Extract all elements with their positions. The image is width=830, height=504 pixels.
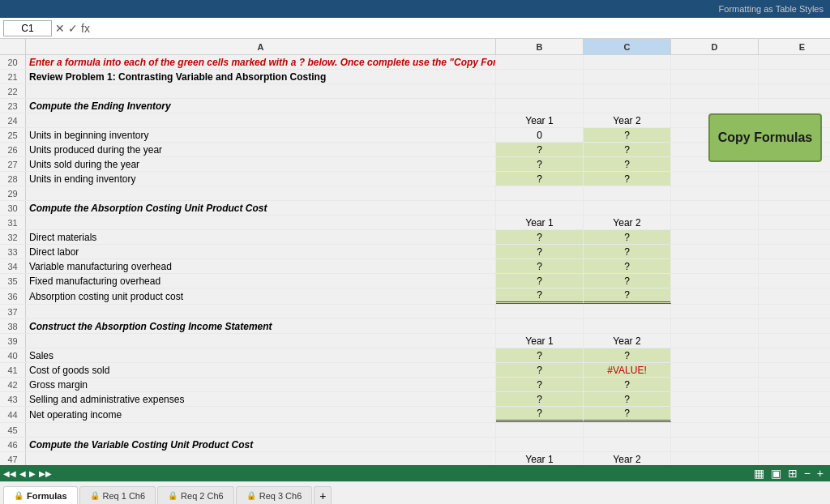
cell-a-22[interactable] [26,84,496,98]
cell-a-20[interactable]: Enter a formula into each of the green c… [26,55,496,69]
cell-c-24[interactable]: Year 2 [584,113,671,127]
cell-c-33[interactable]: ? [584,245,671,258]
cell-d-29[interactable] [671,186,759,200]
cell-b-28[interactable]: ? [496,172,584,186]
cell-d-37[interactable] [671,305,759,318]
cell-b-26[interactable]: ? [496,143,584,156]
cell-d-33[interactable] [671,245,759,258]
cell-e-29[interactable] [759,186,830,200]
cell-a-27[interactable]: Units sold during the year [26,157,496,171]
cell-d-20[interactable] [671,55,759,69]
cell-c-40[interactable]: ? [584,348,671,362]
cell-b-22[interactable] [496,84,584,98]
cell-b-43[interactable]: ? [496,392,584,406]
cell-b-31[interactable]: Year 1 [496,216,584,229]
cell-e-34[interactable] [759,259,830,273]
cell-a-45[interactable] [26,423,496,437]
cell-e-35[interactable] [759,274,830,288]
cell-b-29[interactable] [496,186,584,200]
cell-b-32[interactable]: ? [496,230,584,244]
cell-b-41[interactable]: ? [496,363,584,377]
cell-a-32[interactable]: Direct materials [26,230,496,244]
cell-c-47[interactable]: Year 2 [584,452,671,465]
nav-prev-tab[interactable]: ◀ [19,469,26,478]
col-header-b[interactable]: B [496,39,584,54]
cell-d-23[interactable] [671,99,759,113]
cell-a-37[interactable] [26,305,496,318]
tab-formulas[interactable]: 🔒Formulas [3,486,78,504]
cell-c-34[interactable]: ? [584,259,671,273]
cell-a-38[interactable]: Construct the Absorption Costing Income … [26,319,496,333]
col-header-c[interactable]: C [584,39,671,54]
cell-e-37[interactable] [759,305,830,318]
cell-c-28[interactable]: ? [584,172,671,186]
cell-d-38[interactable] [671,319,759,333]
cell-e-31[interactable] [759,216,830,229]
cell-a-34[interactable]: Variable manufacturing overhead [26,259,496,273]
cell-c-23[interactable] [584,99,671,113]
cell-c-21[interactable] [584,70,671,83]
cell-d-28[interactable] [671,172,759,186]
cell-a-26[interactable]: Units produced during the year [26,143,496,156]
add-sheet-button[interactable]: + [314,486,332,504]
copy-formulas-button[interactable]: Copy Formulas [708,113,822,162]
cell-b-36[interactable]: ? [496,288,584,304]
cell-e-36[interactable] [759,288,830,304]
cell-c-32[interactable]: ? [584,230,671,244]
cell-b-44[interactable]: ? [496,407,584,422]
cell-c-26[interactable]: ? [584,143,671,156]
cell-d-39[interactable] [671,334,759,348]
cell-d-46[interactable] [671,438,759,451]
cell-c-37[interactable] [584,305,671,318]
cell-b-30[interactable] [496,201,584,215]
nav-next-tab[interactable]: ▶ [29,469,36,478]
tab-req-1-ch6[interactable]: 🔒Req 1 Ch6 [79,486,156,504]
cell-e-32[interactable] [759,230,830,244]
formula-input[interactable] [93,21,827,36]
col-header-a[interactable]: A [26,39,496,54]
cell-e-23[interactable] [759,99,830,113]
cell-c-42[interactable]: ? [584,378,671,391]
cell-e-39[interactable] [759,334,830,348]
cell-b-23[interactable] [496,99,584,113]
cell-c-41[interactable]: #VALUE! [584,363,671,377]
cell-c-39[interactable]: Year 2 [584,334,671,348]
cell-d-43[interactable] [671,392,759,406]
cell-e-44[interactable] [759,407,830,422]
zoom-in-icon[interactable]: + [817,467,824,480]
cell-e-22[interactable] [759,84,830,98]
cell-b-46[interactable] [496,438,584,451]
cell-d-32[interactable] [671,230,759,244]
cell-d-35[interactable] [671,274,759,288]
cell-c-45[interactable] [584,423,671,437]
cell-d-47[interactable] [671,452,759,465]
cell-c-27[interactable]: ? [584,157,671,171]
cell-a-46[interactable]: Compute the Variable Costing Unit Produc… [26,438,496,451]
cell-e-28[interactable] [759,172,830,186]
cell-c-38[interactable] [584,319,671,333]
cell-e-40[interactable] [759,348,830,362]
tab-req-3-ch6[interactable]: 🔒Req 3 Ch6 [236,486,313,504]
cell-a-24[interactable] [26,113,496,127]
col-header-e[interactable]: E [759,39,830,54]
cell-e-46[interactable] [759,438,830,451]
confirm-icon[interactable]: ✓ [68,22,78,35]
page-layout-icon[interactable]: ▣ [771,467,781,480]
cell-e-42[interactable] [759,378,830,391]
cancel-icon[interactable]: ✕ [55,22,65,35]
cell-b-39[interactable]: Year 1 [496,334,584,348]
page-break-icon[interactable]: ⊞ [788,467,798,480]
cell-c-35[interactable]: ? [584,274,671,288]
cell-d-31[interactable] [671,216,759,229]
cell-b-20[interactable] [496,55,584,69]
cell-b-25[interactable]: 0 [496,128,584,142]
cell-c-36[interactable]: ? [584,288,671,304]
cell-a-42[interactable]: Gross margin [26,378,496,391]
function-icon[interactable]: fx [81,22,90,35]
cell-e-30[interactable] [759,201,830,215]
cell-a-44[interactable]: Net operating income [26,407,496,422]
cell-a-29[interactable] [26,186,496,200]
cell-a-31[interactable] [26,216,496,229]
cell-d-40[interactable] [671,348,759,362]
cell-a-33[interactable]: Direct labor [26,245,496,258]
